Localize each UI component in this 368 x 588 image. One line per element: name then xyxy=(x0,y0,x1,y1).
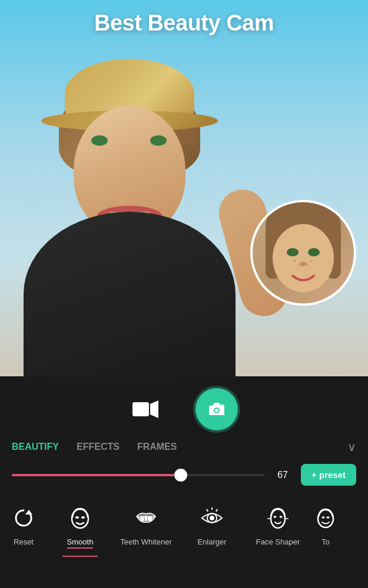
video-button[interactable] xyxy=(131,395,160,424)
body xyxy=(24,212,236,376)
chevron-down-icon[interactable]: ∨ xyxy=(347,440,356,454)
reset-label: Reset xyxy=(14,537,34,546)
svg-rect-24 xyxy=(148,516,152,521)
icon-smooth[interactable]: Smooth xyxy=(47,503,113,557)
svg-point-36 xyxy=(322,516,325,519)
svg-point-11 xyxy=(298,265,300,266)
svg-point-9 xyxy=(294,260,296,262)
svg-line-29 xyxy=(207,509,208,512)
svg-point-5 xyxy=(273,224,334,292)
enlarger-icon xyxy=(200,503,224,533)
app-title: Best Beauty Cam xyxy=(0,11,368,36)
slider-fill xyxy=(12,474,181,476)
video-icon xyxy=(132,399,158,419)
icon-face-shaper[interactable]: Face Shaper xyxy=(245,503,311,546)
slider-value: 67 xyxy=(274,470,291,480)
icon-reset[interactable]: Reset xyxy=(0,503,47,546)
svg-point-26 xyxy=(210,516,214,520)
tab-effects[interactable]: EFFECTS xyxy=(77,439,120,455)
tab-beautify[interactable]: BEAUTIFY xyxy=(12,439,59,455)
smooth-active-indicator xyxy=(62,556,98,557)
svg-point-20 xyxy=(75,516,79,519)
svg-marker-14 xyxy=(150,400,158,418)
camera-controls xyxy=(0,376,368,439)
reset-icon xyxy=(12,503,35,533)
svg-point-7 xyxy=(308,248,320,256)
svg-point-10 xyxy=(310,260,313,262)
circle-face-svg xyxy=(253,202,354,303)
svg-rect-17 xyxy=(221,405,224,406)
slider-track[interactable] xyxy=(12,474,264,476)
bottom-panel: BEAUTIFY EFFECTS FRAMES ∨ 67 + preset Re… xyxy=(0,376,368,588)
photo-area: Best Beauty Cam xyxy=(0,0,368,376)
eye-left xyxy=(91,135,108,146)
teeth-label: Teeth Whitener xyxy=(120,537,171,546)
svg-point-8 xyxy=(300,262,307,266)
tab-frames[interactable]: FRAMES xyxy=(137,439,177,455)
icon-teeth[interactable]: Teeth Whitener xyxy=(113,503,179,546)
icons-row: Reset Smooth xyxy=(0,497,368,557)
slider-row: 67 + preset xyxy=(0,464,368,486)
svg-line-28 xyxy=(216,509,217,512)
eye-right xyxy=(150,135,167,146)
svg-point-6 xyxy=(287,248,299,256)
svg-rect-23 xyxy=(145,516,147,521)
camera-icon xyxy=(205,400,228,419)
teeth-icon xyxy=(134,503,158,533)
svg-point-12 xyxy=(307,265,309,266)
svg-marker-18 xyxy=(25,510,32,514)
tabs-row: BEAUTIFY EFFECTS FRAMES ∨ xyxy=(0,439,368,455)
to-label: To xyxy=(321,537,330,546)
to-icon xyxy=(313,503,338,533)
svg-point-31 xyxy=(274,516,277,518)
svg-rect-22 xyxy=(140,516,144,521)
svg-point-32 xyxy=(280,516,283,518)
slider-thumb[interactable] xyxy=(174,469,187,482)
svg-point-16 xyxy=(215,409,218,412)
icon-to[interactable]: To xyxy=(311,503,340,546)
camera-button[interactable] xyxy=(195,388,238,430)
comparison-face xyxy=(250,200,356,306)
face-shaper-label: Face Shaper xyxy=(256,537,300,546)
smooth-label: Smooth xyxy=(67,537,94,549)
svg-rect-13 xyxy=(132,402,149,416)
face-shaper-icon xyxy=(266,503,290,533)
main-person xyxy=(0,24,265,376)
svg-point-21 xyxy=(81,516,85,519)
icon-enlarger[interactable]: Enlarger xyxy=(179,503,245,546)
smooth-icon xyxy=(68,503,92,533)
enlarger-label: Enlarger xyxy=(197,537,226,546)
svg-point-37 xyxy=(327,516,330,519)
preset-button[interactable]: + preset xyxy=(301,464,356,486)
